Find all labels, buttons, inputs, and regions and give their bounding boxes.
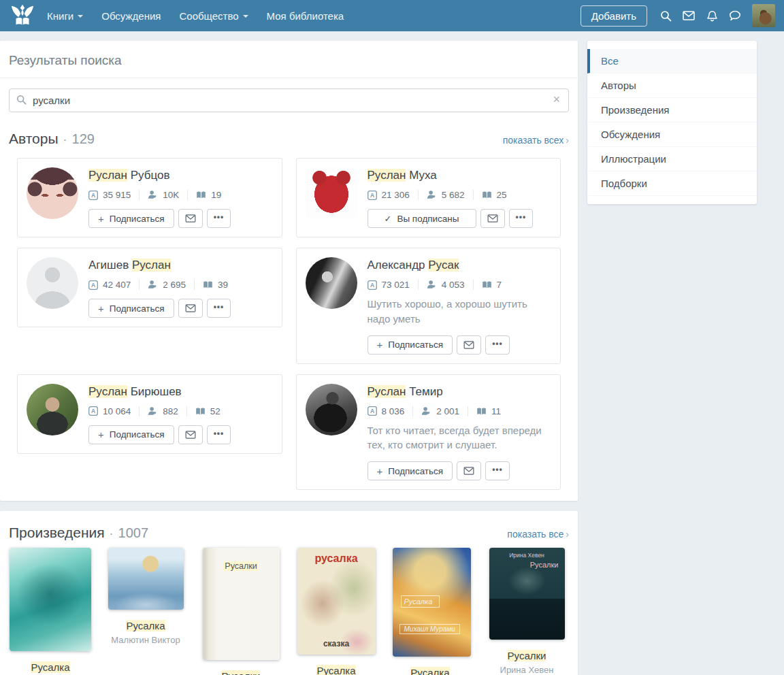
show-all-authors-link[interactable]: показать всех›: [503, 135, 569, 146]
views-icon: A: [368, 280, 377, 290]
ellipsis-icon: •••: [214, 212, 225, 222]
work-title[interactable]: Русалка.: [410, 667, 452, 675]
books-icon: [203, 280, 213, 289]
message-button[interactable]: [480, 209, 505, 228]
author-stats: A 21 306 5 682 25: [368, 190, 552, 200]
stat-views: A 8 036: [368, 406, 405, 416]
followers-icon: [148, 190, 158, 200]
more-button[interactable]: •••: [485, 461, 510, 480]
message-button[interactable]: [178, 425, 203, 444]
author-actions: +Подписаться •••: [88, 209, 273, 228]
subscribe-button[interactable]: +Подписаться: [88, 299, 174, 318]
nav-menu-item[interactable]: Книги: [47, 10, 83, 22]
chat-icon[interactable]: [723, 4, 747, 27]
work-title[interactable]: Русалка: [316, 665, 355, 675]
more-button[interactable]: •••: [509, 209, 534, 228]
author-avatar[interactable]: [306, 257, 357, 309]
plus-icon: +: [377, 339, 383, 350]
message-button[interactable]: [457, 335, 481, 355]
views-icon: A: [368, 191, 377, 200]
message-button[interactable]: [457, 461, 481, 480]
sidebar-filter-item[interactable]: Авторы: [587, 73, 757, 98]
work-title[interactable]: Русалка: [31, 661, 69, 673]
work-cover[interactable]: русалка сказка: [297, 548, 376, 655]
work-title[interactable]: Русалка: [126, 620, 165, 631]
more-button[interactable]: •••: [207, 425, 231, 444]
books-icon: [476, 407, 487, 416]
chevron-right-icon: ›: [566, 529, 569, 540]
author-actions: +Подписаться •••: [88, 425, 273, 444]
work-cover[interactable]: Русалка Михаил Мурами: [393, 548, 471, 657]
work-title[interactable]: Русалки: [222, 670, 261, 675]
subscribe-button[interactable]: +Подписаться: [368, 461, 453, 480]
author-name[interactable]: Александр Русак: [368, 259, 552, 272]
author-avatar[interactable]: [27, 167, 78, 219]
subscribe-button[interactable]: +Подписаться: [88, 209, 174, 228]
more-button[interactable]: •••: [207, 299, 231, 318]
highlighted-match: Русалка: [126, 620, 165, 631]
author-avatar[interactable]: [27, 384, 78, 435]
work-item: Русалки Русалки Adilet Salimbaev: [193, 548, 289, 675]
author-card: Руслан Рубцов A 35 915 10K: [17, 158, 282, 237]
author-actions: +Подписаться •••: [88, 299, 273, 318]
author-name[interactable]: Руслан Рубцов: [88, 169, 273, 182]
nav-menu-item[interactable]: Сообщество: [179, 10, 248, 22]
author-name[interactable]: Агишев Руслан: [88, 259, 273, 272]
stat-followers: 4 053: [418, 280, 465, 290]
views-icon: A: [88, 280, 98, 290]
work-cover[interactable]: [108, 548, 184, 610]
work-title[interactable]: Русалки: [508, 650, 546, 661]
nav-menu-item[interactable]: Обсуждения: [101, 10, 161, 22]
more-button[interactable]: •••: [207, 209, 231, 228]
site-logo-icon[interactable]: [9, 2, 36, 29]
bell-icon[interactable]: [700, 4, 723, 27]
page-title: Результаты поиска: [0, 41, 578, 78]
mail-icon: [185, 214, 196, 223]
highlighted-match: Руслан: [88, 169, 127, 182]
stat-books: 19: [187, 190, 221, 200]
user-avatar[interactable]: [752, 4, 775, 27]
sidebar-filter-item[interactable]: Иллюстрации: [587, 147, 757, 171]
sidebar-filter-item[interactable]: Произведения: [587, 98, 757, 122]
nav-menu-item[interactable]: Моя библиотека: [267, 10, 344, 22]
highlighted-match: Русалка: [410, 667, 449, 675]
search-icon[interactable]: [654, 4, 677, 27]
work-cover[interactable]: Русалки: [203, 548, 280, 660]
stat-followers: 10K: [139, 190, 179, 200]
subscribe-button[interactable]: +Подписаться: [368, 335, 453, 355]
nav-icons: [654, 4, 775, 27]
author-name[interactable]: Руслан Бирюшев: [88, 385, 273, 399]
work-cover[interactable]: Ирина Хевен Русалки: [489, 548, 565, 640]
author-quote: Шутить хорошо, а хорошо шутить надо умет…: [368, 297, 552, 327]
authors-grid: Руслан Рубцов A 35 915 10K: [0, 147, 578, 490]
highlighted-match: Руслан: [132, 259, 171, 271]
work-cover[interactable]: [10, 548, 91, 651]
work-author[interactable]: Ирина Хевен: [500, 665, 554, 675]
svg-text:A: A: [91, 408, 95, 414]
author-name[interactable]: Руслан Муха: [368, 169, 552, 182]
subscribed-button[interactable]: ✓Вы подписаны: [368, 209, 476, 228]
sidebar-filter-item[interactable]: Подборки: [587, 171, 757, 196]
author-avatar[interactable]: [27, 257, 78, 309]
sidebar-filter-item[interactable]: Обсуждения: [587, 122, 757, 147]
add-button[interactable]: Добавить: [581, 5, 647, 27]
chevron-down-icon: [243, 15, 248, 18]
author-avatar[interactable]: [306, 167, 357, 219]
message-button[interactable]: [178, 299, 203, 318]
subscribe-button[interactable]: +Подписаться: [88, 425, 174, 444]
author-avatar[interactable]: [306, 384, 357, 435]
work-author[interactable]: Малютин Виктор: [111, 635, 180, 645]
author-name[interactable]: Руслан Темир: [368, 385, 552, 399]
message-button[interactable]: [178, 209, 203, 228]
mail-icon[interactable]: [677, 4, 700, 27]
authors-count: 129: [72, 131, 95, 147]
followers-icon: [427, 190, 437, 200]
search-input[interactable]: [9, 88, 569, 112]
mail-icon: [463, 341, 474, 349]
works-count: 1007: [118, 525, 149, 541]
svg-text:A: A: [370, 282, 374, 289]
more-button[interactable]: •••: [485, 335, 510, 355]
show-all-works-link[interactable]: показать все›: [507, 529, 569, 540]
clear-search-icon[interactable]: ×: [553, 93, 560, 105]
sidebar-filter-item[interactable]: Все: [587, 49, 757, 73]
